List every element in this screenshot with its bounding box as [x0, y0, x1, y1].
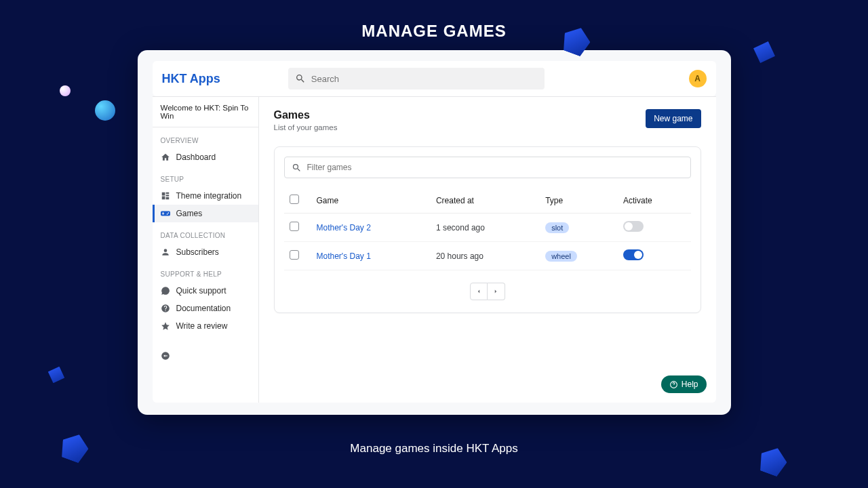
sidebar-group-support: SUPPORT & HELP — [153, 268, 258, 282]
table-row: Mother's Day 2 1 second ago slot — [284, 214, 691, 242]
table-row: Mother's Day 1 20 hours ago wheel — [284, 242, 691, 270]
game-link[interactable]: Mother's Day 1 — [317, 251, 371, 261]
admin-panel: HKT Apps A Welcome to HKT: Spin To Win O… — [138, 50, 731, 415]
sidebar: Welcome to HKT: Spin To Win OVERVIEW Das… — [153, 97, 259, 403]
logout-icon — [161, 351, 170, 361]
games-table: Game Created at Type Activate Mother's D… — [284, 188, 691, 270]
sidebar-item-label: Subscribers — [176, 247, 219, 257]
gamepad-icon — [161, 209, 170, 218]
sidebar-item-logout[interactable] — [153, 347, 258, 365]
help-button[interactable]: Help — [661, 375, 707, 393]
chevron-left-icon — [475, 288, 482, 295]
help-label: Help — [682, 380, 698, 389]
welcome-text: Welcome to HKT: Spin To Win — [153, 97, 258, 127]
home-icon — [161, 152, 170, 162]
help-circle-icon — [669, 380, 678, 389]
person-icon — [161, 247, 170, 257]
new-game-button[interactable]: New game — [646, 109, 701, 128]
sidebar-item-label: Documentation — [176, 304, 231, 313]
avatar[interactable]: A — [689, 70, 707, 87]
main-area: Games List of your games New game Game C… — [259, 97, 716, 403]
game-link[interactable]: Mother's Day 2 — [317, 223, 371, 232]
sidebar-item-quick-support[interactable]: Quick support — [153, 282, 258, 300]
brand-title: HKT Apps — [162, 72, 220, 86]
row-checkbox[interactable] — [290, 250, 299, 260]
col-type: Type — [540, 188, 618, 214]
sidebar-item-documentation[interactable]: Documentation — [153, 300, 258, 317]
activate-toggle[interactable] — [623, 249, 644, 260]
star-icon — [161, 321, 170, 331]
theme-icon — [161, 191, 170, 201]
search-input[interactable] — [311, 74, 538, 84]
select-all-checkbox[interactable] — [290, 195, 299, 204]
sidebar-item-label: Write a review — [176, 321, 228, 331]
sidebar-item-theme[interactable]: Theme integration — [153, 187, 258, 205]
created-cell: 1 second ago — [431, 214, 540, 242]
sidebar-group-overview: OVERVIEW — [153, 134, 258, 148]
sidebar-item-label: Games — [176, 209, 203, 218]
search-icon — [292, 163, 302, 173]
col-activate: Activate — [618, 188, 690, 214]
sidebar-group-data: DATA COLLECTION — [153, 229, 258, 243]
sidebar-item-dashboard[interactable]: Dashboard — [153, 148, 258, 166]
created-cell: 20 hours ago — [431, 242, 540, 270]
sidebar-item-label: Theme integration — [176, 191, 242, 201]
sidebar-item-subscribers[interactable]: Subscribers — [153, 243, 258, 261]
sidebar-item-label: Dashboard — [176, 152, 216, 162]
search-field[interactable] — [288, 68, 545, 89]
chevron-right-icon — [492, 288, 499, 295]
main-subtitle: List of your games — [274, 123, 338, 131]
crystal-decoration — [749, 37, 779, 67]
filter-input[interactable] — [307, 163, 684, 172]
sidebar-item-games[interactable]: Games — [153, 205, 258, 222]
panel-body: Welcome to HKT: Spin To Win OVERVIEW Das… — [153, 96, 716, 403]
games-card: Game Created at Type Activate Mother's D… — [274, 146, 701, 313]
filter-field[interactable] — [284, 157, 691, 178]
next-page-button[interactable] — [488, 283, 505, 300]
help-circle-icon — [161, 304, 170, 313]
sidebar-item-label: Quick support — [176, 286, 226, 296]
sidebar-item-review[interactable]: Write a review — [153, 317, 258, 335]
col-created: Created at — [431, 188, 540, 214]
row-checkbox[interactable] — [290, 222, 299, 231]
prev-page-button[interactable] — [470, 283, 488, 300]
main-header: Games List of your games New game — [274, 109, 701, 131]
col-game: Game — [311, 188, 431, 214]
search-icon — [295, 73, 306, 84]
topbar: HKT Apps A — [153, 61, 716, 96]
page-subtitle: Manage games inside HKT Apps — [0, 442, 868, 455]
planet-decoration — [60, 85, 71, 96]
planet-decoration — [95, 100, 115, 121]
type-badge: wheel — [545, 251, 577, 262]
chat-icon — [161, 286, 170, 296]
pagination — [284, 283, 691, 300]
page-title: MANAGE GAMES — [0, 0, 868, 41]
main-title: Games — [274, 109, 338, 121]
crystal-decoration — [45, 363, 67, 386]
activate-toggle[interactable] — [623, 221, 644, 232]
type-badge: slot — [545, 222, 569, 233]
sidebar-group-setup: SETUP — [153, 173, 258, 187]
